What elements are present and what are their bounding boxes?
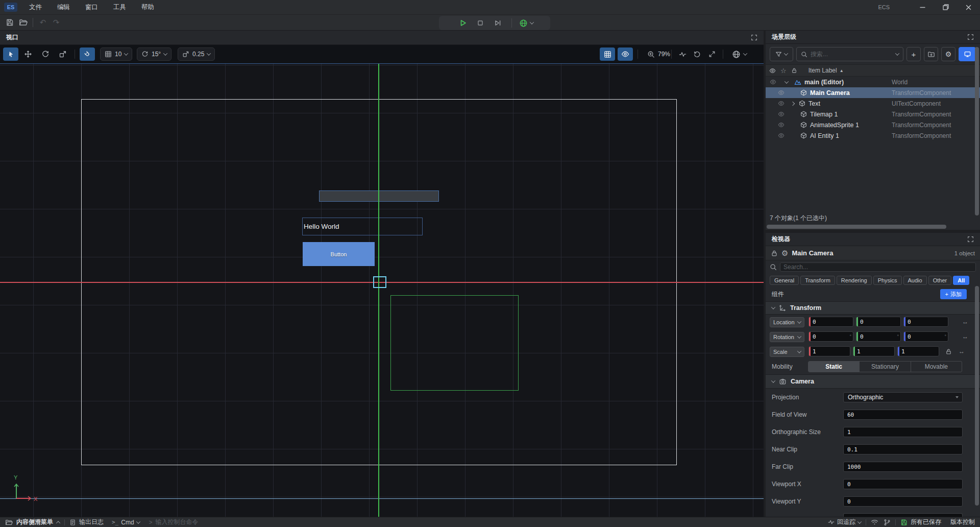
menu-file[interactable]: 文件 [21,0,50,14]
rotate-snap-dropdown[interactable]: 15° [137,47,172,61]
inspector-search-box[interactable] [780,262,976,272]
viewport-world-dropdown[interactable] [728,47,751,61]
rotation-x-field[interactable]: ° [808,331,853,342]
menu-window[interactable]: 窗口 [78,0,106,14]
mobility-stationary[interactable]: Stationary [860,362,911,372]
visibility-eye-icon[interactable] [770,79,776,85]
play-button[interactable] [456,17,470,29]
visibility-eye-icon[interactable] [778,122,785,128]
zoom-level-control[interactable]: 79% [643,47,674,61]
transform-section-header[interactable]: Transform [766,301,980,315]
trace-dropdown[interactable]: 回追踪 [828,518,861,526]
location-mode-dropdown[interactable]: Location [770,317,804,327]
row-label[interactable]: AnimatedSprite 1 [810,122,859,129]
hierarchy-row-ai-entity[interactable]: AI Entity 1 TransformComponent [766,130,980,141]
tab-rendering[interactable]: Rendering [837,276,872,285]
hierarchy-settings-button[interactable]: ⚙ [941,47,955,61]
visibility-eye-icon[interactable] [778,100,785,107]
rotate-tool-button[interactable] [38,47,53,61]
camera-section-header[interactable]: Camera [766,374,980,389]
location-x-field[interactable] [808,317,853,327]
ui-text-element[interactable]: Hello World [302,218,423,235]
menu-help[interactable]: 帮助 [134,0,162,14]
lock-icon[interactable] [771,250,778,257]
hierarchy-row-tilemap[interactable]: Tilemap 1 TransformComponent [766,109,980,119]
stop-button[interactable] [474,17,487,29]
mobility-static[interactable]: Static [808,362,860,372]
fullscreen-button[interactable] [704,47,720,61]
visibility-toggle[interactable] [618,47,633,61]
grid-snap-dropdown[interactable]: 10 [100,47,132,61]
location-z-field[interactable] [903,317,948,327]
far-clip-field[interactable] [843,462,963,472]
scale-y-field[interactable] [853,346,895,356]
tab-audio[interactable]: Audio [903,276,927,285]
visibility-eye-icon[interactable] [778,89,785,96]
unlock-uniform-scale-icon[interactable] [945,348,952,355]
tab-other[interactable]: Other [928,276,952,285]
location-y-field[interactable] [856,317,901,327]
hierarchy-search-box[interactable] [796,47,903,61]
menu-tools[interactable]: 工具 [106,0,134,14]
rotation-mode-dropdown[interactable]: Rotation [770,332,804,342]
link-axes-icon[interactable]: ↔ [962,318,968,325]
output-log-button[interactable]: 输出日志 [69,518,104,526]
tab-transform[interactable]: Transform [800,276,835,285]
selection-gizmo-square[interactable] [373,276,386,288]
window-minimize-button[interactable] [911,0,934,14]
open-folder-button[interactable] [16,16,30,29]
ui-button-element[interactable]: Button [303,242,375,266]
reset-view-button[interactable] [689,47,704,61]
gear-icon[interactable]: ⚙ [781,249,788,258]
fov-field[interactable] [843,410,963,420]
row-label[interactable]: Tilemap 1 [810,111,838,118]
version-control-button[interactable]: 版本控制 [950,518,975,526]
orthographic-size-field[interactable] [843,427,963,437]
link-axes-icon[interactable]: ↔ [959,348,965,355]
filter-dropdown[interactable] [770,47,793,61]
row-label[interactable]: main (Editor) [804,79,844,86]
scale-mode-dropdown[interactable]: Scale [770,347,804,357]
link-axes-icon[interactable]: ↔ [962,333,968,340]
scale-x-field[interactable] [808,346,850,356]
screen-view-button[interactable] [959,47,976,61]
row-label[interactable]: Main Camera [810,89,850,97]
rotation-y-field[interactable]: ° [856,331,901,342]
row-label[interactable]: AI Entity 1 [810,132,839,139]
inspector-search-input[interactable] [783,264,972,271]
hierarchy-vertical-scrollbar[interactable] [975,45,979,223]
visibility-eye-icon[interactable] [778,111,785,117]
undo-button[interactable]: ↶ [36,16,50,29]
expand-chevron-icon[interactable] [791,101,795,105]
hierarchy-row-animatedsprite[interactable]: AnimatedSprite 1 TransformComponent [766,119,980,130]
hierarchy-row-text[interactable]: Text UITextComponent [766,98,980,109]
source-control-branch-icon[interactable] [884,519,891,526]
move-tool-button[interactable] [20,47,36,61]
run-target-dropdown[interactable] [519,17,533,29]
stats-toggle-button[interactable] [675,47,690,61]
window-restore-button[interactable] [934,0,957,14]
mobility-movable[interactable]: Movable [911,362,962,372]
viewport-y-field[interactable] [843,496,963,507]
console-command-input[interactable]: > 输入控制台命令 [149,518,199,526]
app-logo[interactable]: ES [4,3,17,12]
inspector-vertical-scrollbar[interactable] [975,247,979,515]
hierarchy-row-world[interactable]: main (Editor) World [766,77,980,87]
hierarchy-column-header[interactable]: ☆ Item Label ▲ Type [766,64,980,77]
scale-z-field[interactable] [897,346,939,356]
projection-select[interactable]: Orthographic [843,392,963,402]
tab-all[interactable]: All [953,276,969,285]
window-close-button[interactable] [957,0,980,14]
scale-snap-dropdown[interactable]: 0.25 [178,47,215,61]
inspector-maximize-button[interactable] [967,236,974,243]
cmd-dropdown[interactable]: >_ Cmd [112,519,140,526]
menu-edit[interactable]: 编辑 [50,0,78,14]
near-clip-field[interactable] [843,444,963,454]
viewport-maximize-button[interactable] [751,34,757,41]
hierarchy-horizontal-scrollbar[interactable] [766,224,980,230]
step-button[interactable] [491,17,504,29]
network-status-icon[interactable] [871,519,878,525]
new-folder-button[interactable] [924,47,938,61]
hierarchy-maximize-button[interactable] [967,34,974,40]
add-entity-button[interactable]: + [906,47,921,61]
